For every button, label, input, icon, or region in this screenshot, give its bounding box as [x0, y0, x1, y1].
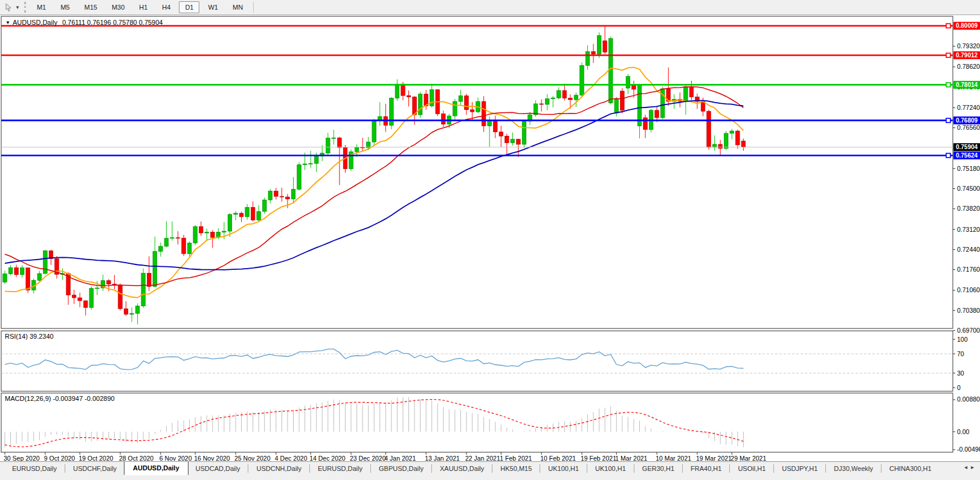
bear-candle-body [689, 87, 694, 97]
bull-candle-body [712, 144, 717, 147]
tab-china300-h1[interactable]: CHINA300,H1 [882, 462, 939, 475]
timeframe-button-h1[interactable]: H1 [133, 1, 153, 13]
timeframe-button-m5[interactable]: M5 [54, 1, 76, 13]
tab-uk100-h1[interactable]: UK100,H1 [541, 462, 586, 475]
tab-scroll-left-icon[interactable]: ◂ [964, 464, 971, 470]
bull-candle-body [355, 147, 359, 152]
timeframe-button-w1[interactable]: W1 [202, 1, 224, 13]
tab-gbpusd-daily[interactable]: GBPUSD,Daily [372, 462, 431, 475]
tab-usdcnh-daily[interactable]: USDCNH,Daily [249, 462, 309, 475]
collapse-arrow-icon[interactable]: ▼ [5, 20, 10, 25]
bull-candle-body [326, 138, 330, 153]
price-axis-label: 0.73820 [957, 205, 980, 212]
bull-candle-body [332, 138, 336, 138]
bear-candle-body [632, 85, 636, 89]
bull-candle-body [141, 273, 146, 306]
bull-candle-body [395, 84, 399, 98]
tab-dj30-weekly[interactable]: DJ30,Weekly [827, 462, 880, 475]
toolbar-grip[interactable] [24, 2, 26, 13]
tab-separator [587, 464, 587, 473]
bear-candle-body [621, 91, 625, 110]
timeframe-button-h4[interactable]: H4 [156, 1, 176, 13]
bear-candle-body [107, 281, 111, 284]
tab-uk100-h1[interactable]: UK100,H1 [588, 462, 633, 475]
tab-usdchf-daily[interactable]: USDCHF,Daily [66, 462, 124, 475]
bull-candle-body [153, 251, 157, 286]
tab-eurusd-daily[interactable]: EURUSD,Daily [5, 462, 64, 475]
chart-canvas[interactable]: 0.793200.786200.779400.772400.765600.751… [0, 16, 980, 462]
bear-candle-body [442, 114, 446, 124]
top-toolbar: ▼ M1M5M15M30H1H4D1W1MN [0, 0, 980, 15]
price-axis-label: 0.76560 [957, 124, 980, 131]
bear-candle-body [211, 232, 215, 237]
bull-candle-body [724, 133, 728, 149]
cursor-dropdown-arrow-icon[interactable]: ▼ [15, 5, 20, 10]
bull-candle-body [309, 164, 313, 164]
tab-usdcad-daily[interactable]: USDCAD,Daily [189, 462, 248, 475]
tab-scroll-right-icon[interactable]: ▸ [971, 464, 978, 470]
bull-candle-body [89, 288, 94, 307]
bull-candle-body [303, 164, 307, 164]
bull-candle-body [164, 238, 169, 246]
bull-candle-body [187, 243, 192, 254]
line-drag-handle[interactable] [946, 83, 950, 87]
price-axis-label: 0.74500 [957, 185, 980, 192]
status-strip [0, 475, 980, 480]
macd-panel[interactable] [1, 393, 953, 452]
line-drag-handle[interactable] [946, 153, 950, 158]
bear-candle-body [643, 118, 648, 130]
rsi-axis-label: 100 [957, 336, 968, 343]
bear-candle-body [72, 295, 76, 298]
bull-candle-body [130, 313, 134, 314]
tab-hk50-m15[interactable]: HK50,M15 [493, 462, 539, 475]
bear-candle-body [118, 285, 123, 309]
bear-candle-body [176, 238, 180, 238]
bull-candle-body [44, 251, 48, 274]
bull-candle-body [580, 65, 584, 95]
price-level-tag: 0.79012 [956, 52, 978, 59]
tab-eurusd-daily[interactable]: EURUSD,Daily [311, 462, 370, 475]
timeframe-button-m30[interactable]: M30 [106, 1, 131, 13]
chart-ohlc-values: 0.76111 0.76196 0.75780 0.75904 [62, 19, 163, 26]
tab-separator [370, 464, 371, 473]
bull-candle-body [557, 91, 561, 98]
tab-separator [729, 464, 730, 473]
tab-ger30-h1[interactable]: GER30,H1 [635, 462, 682, 475]
bear-candle-body [251, 207, 255, 220]
line-drag-handle[interactable] [946, 24, 950, 28]
rsi-axis-label: 30 [957, 370, 964, 377]
bull-candle-body [684, 87, 688, 101]
bear-candle-body [482, 101, 486, 126]
line-drag-handle[interactable] [946, 53, 950, 57]
macd-axis-label: -0.004961 [957, 446, 980, 453]
bear-candle-body [26, 268, 30, 290]
toolbar-separator [253, 2, 254, 13]
cursor-tool-icon[interactable] [2, 2, 15, 13]
tab-fra40-h1[interactable]: FRA40,H1 [683, 462, 729, 475]
bull-candle-body [262, 200, 266, 211]
bull-candle-body [222, 231, 227, 232]
bull-candle-body [390, 98, 394, 126]
tab-usoil-h1[interactable]: USOil,H1 [730, 462, 773, 475]
bear-candle-body [286, 197, 290, 199]
bull-candle-body [159, 246, 163, 251]
tab-usdjpy-h1[interactable]: USDJPY,H1 [775, 462, 825, 475]
bear-candle-body [499, 132, 503, 136]
bear-candle-body [274, 191, 279, 196]
tab-separator [492, 464, 492, 473]
bull-candle-body [545, 99, 549, 104]
timeframe-button-m15[interactable]: M15 [78, 1, 103, 13]
tab-audusd-daily[interactable]: AUDUSD,Daily [124, 461, 188, 475]
bear-candle-body [603, 41, 607, 53]
bull-candle-body [234, 213, 238, 214]
bull-candle-body [20, 268, 24, 275]
tab-separator [65, 464, 65, 473]
tab-xauusd-daily[interactable]: XAUUSD,Daily [433, 462, 491, 475]
bull-candle-body [268, 191, 272, 200]
timeframe-button-m1[interactable]: M1 [31, 1, 52, 13]
tab-separator [881, 464, 882, 473]
timeframe-button-d1[interactable]: D1 [179, 1, 199, 13]
macd-indicator-label: MACD(12,26,9) -0.003947 -0.002890 [5, 395, 115, 402]
timeframe-button-mn[interactable]: MN [227, 1, 249, 13]
line-drag-handle[interactable] [946, 118, 950, 123]
